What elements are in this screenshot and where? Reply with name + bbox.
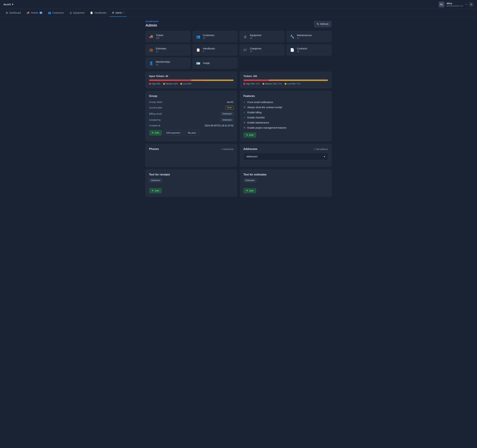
feature-force-email: ✓ Force email notifications: [244, 101, 328, 104]
edit-payment-label: Edit payment: [167, 131, 180, 134]
features-section: Features ✓ Force email notifications ✕ A…: [240, 91, 332, 141]
stat-card-categories[interactable]: 🏷 Categories 29: [239, 44, 285, 55]
receipts-edit-button[interactable]: ✎ Edit: [149, 188, 162, 193]
stat-label-equipment: Equipment: [250, 34, 261, 37]
refresh-label: Refresh: [320, 23, 329, 25]
edit-payment-button[interactable]: Edit payment: [164, 130, 183, 136]
text-receipts-section: Text for receipts Unknown ✎ Edit: [145, 169, 237, 197]
estimates-edit-label: Edit: [249, 189, 253, 192]
phones-section: Phones + Add phone: [145, 144, 237, 167]
group-action-btns: ✎ Edit Edit payment My plan: [149, 130, 233, 136]
add-phone-button[interactable]: + Add phone: [221, 148, 233, 150]
created-by-row: Created by Unknown: [149, 118, 233, 122]
features-title: Features: [244, 95, 328, 98]
account-selector[interactable]: Acc#1 ▾: [3, 3, 13, 6]
nav-label-handbooks: Handbooks: [94, 12, 107, 14]
breadcrumb: DASHBOARD: [145, 20, 158, 23]
group-name-val: Acc#1: [227, 101, 233, 103]
low-dot: [180, 83, 182, 85]
all-low-bar: [281, 80, 328, 81]
user-info: Alice alice@example.com: [447, 2, 463, 7]
all-high-bar: [244, 80, 269, 81]
stat-label-categories: Categories: [250, 47, 262, 50]
refresh-button[interactable]: ↻ Refresh: [314, 21, 332, 27]
stat-icon-maintenances: 🔧: [290, 35, 295, 39]
avatar: AL: [439, 1, 444, 7]
add-address-button[interactable]: + Add address: [314, 148, 328, 150]
x-icon: ✕: [244, 121, 246, 124]
current-plan-badge: Free: [226, 106, 233, 109]
group-title: Group: [149, 95, 233, 98]
topbar-right: AL Alice alice@example.com ▾ ☀: [439, 1, 474, 7]
all-legend-high: High 30% 30%: [244, 83, 260, 85]
features-edit-button[interactable]: ✎ Edit: [244, 132, 256, 138]
stat-card-equipment[interactable]: 🖨 Equipment 19: [239, 31, 285, 42]
open-tickets-title: Open Tickets: 30: [149, 75, 233, 78]
account-chevron: ▾: [12, 3, 13, 6]
all-low-label: Low 55%: [287, 83, 296, 85]
page-title: Admin: [145, 23, 158, 28]
feature-checklist: ✓ Enable checklist: [244, 116, 328, 119]
billing-email-key: Billing email: [149, 113, 162, 115]
nav-item-equipment[interactable]: 🖨 Equipment: [67, 9, 87, 17]
stat-card-memberships[interactable]: 👤 Memberships 43: [145, 58, 191, 69]
stat-icon-equipment: 🖨: [243, 35, 248, 39]
group-features-row: Group Group name Acc#1 Current plan Free…: [145, 91, 332, 141]
nav-item-handbooks[interactable]: 📋 Handbooks: [88, 9, 109, 17]
receipts-action-btns: ✎ Edit: [149, 188, 233, 193]
dashboard-icon: ⊞: [6, 11, 8, 14]
nav-item-tickets[interactable]: 📣 Tickets 9: [24, 9, 45, 17]
stat-card-maintenances[interactable]: 🔧 Maintenances 11: [286, 31, 332, 42]
stat-card-tickets[interactable]: 📣 Tickets 330: [145, 31, 191, 42]
nav-label-customers: Customers: [52, 12, 64, 14]
edit-label: Edit: [155, 131, 159, 134]
group-name-row: Group name Acc#1: [149, 101, 233, 103]
nav-item-customers[interactable]: 👥 Customers: [46, 9, 66, 17]
feature-label-project-mgmt: Enable project management features: [247, 126, 286, 129]
medium-dot: [163, 83, 165, 85]
nav-item-admin[interactable]: ⚙ Admin ▾: [110, 9, 127, 17]
addresses-list: Address#1 ▾: [244, 153, 328, 160]
group-name-key: Group name: [149, 101, 162, 103]
estimates-edit-button[interactable]: ✎ Edit: [244, 188, 256, 193]
stat-label-estimates: Estimates: [156, 47, 166, 50]
stats-row-1: 📣 Tickets 330 👥 Customers 13 🖨 Equipment…: [145, 31, 332, 42]
created-by-badge: Unknown: [221, 118, 233, 122]
stat-card-handbooks[interactable]: 📋 Handbooks 8: [192, 44, 238, 55]
page-heading: DASHBOARD Admin: [145, 20, 158, 28]
text-estimates-section: Text for estimates Unknown ✎ Edit: [240, 169, 332, 197]
nav-item-dashboard[interactable]: ⊞ Dashboard: [3, 9, 23, 17]
created-at-key: Created at: [149, 124, 160, 127]
feature-billing: ✓ Enable billing: [244, 111, 328, 114]
stat-value-memberships: 43: [156, 64, 170, 66]
stat-card-customers[interactable]: 👥 Customers 13: [192, 31, 238, 42]
address-item[interactable]: Address#1 ▾: [244, 153, 328, 160]
check-icon: ✓: [244, 111, 246, 114]
billing-email-row: Billing email Unknown: [149, 112, 233, 116]
stat-card-usage[interactable]: 🪪 Usage: [192, 58, 238, 69]
stat-label-maintenances: Maintenances: [297, 34, 312, 37]
stat-card-contracts[interactable]: 📄 Contracts 45: [286, 44, 332, 55]
stat-icon-usage: 🪪: [196, 61, 201, 65]
group-edit-button[interactable]: ✎ Edit: [149, 130, 162, 136]
stat-icon-estimates: 💼: [149, 48, 154, 52]
equipment-icon: 🖨: [69, 11, 72, 14]
receipts-edit-icon: ✎: [152, 189, 154, 192]
stat-icon-handbooks: 📋: [196, 48, 201, 52]
open-medium-bar: [191, 80, 205, 81]
address-chevron: ▾: [324, 155, 325, 158]
nav-label-dashboard: Dashboard: [9, 12, 21, 14]
user-chevron[interactable]: ▾: [466, 3, 467, 6]
all-low-pct: 55%: [297, 83, 301, 85]
theme-toggle[interactable]: ☀: [469, 2, 474, 7]
all-high-pct: 30%: [256, 83, 260, 85]
legend-high: High 50%: [149, 83, 161, 85]
all-high-dot: [244, 83, 245, 85]
addresses-section: Addresses + Add address Address#1 ▾: [240, 144, 332, 167]
stat-label-memberships: Memberships: [156, 60, 170, 63]
my-plan-button[interactable]: My plan: [185, 130, 199, 136]
add-address-label: + Add address: [314, 148, 328, 150]
stat-card-estimates[interactable]: 💼 Estimates 22: [145, 44, 191, 55]
all-high-label: High 30%: [246, 83, 255, 85]
estimates-action-btns: ✎ Edit: [244, 188, 328, 193]
